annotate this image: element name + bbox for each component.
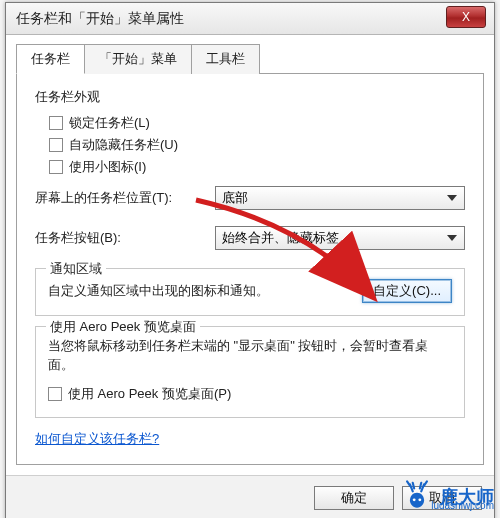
aero-peek-label: 使用 Aero Peek 预览桌面(P) (68, 385, 231, 403)
ok-button-label: 确定 (341, 489, 367, 507)
buttons-value: 始终合并、隐藏标签 (222, 229, 339, 247)
buttons-row: 任务栏按钮(B): 始终合并、隐藏标签 (35, 218, 465, 258)
notify-legend: 通知区域 (46, 260, 106, 278)
buttons-select[interactable]: 始终合并、隐藏标签 (215, 226, 465, 250)
aero-peek-row[interactable]: 使用 Aero Peek 预览桌面(P) (48, 383, 452, 405)
chevron-down-icon (444, 190, 460, 206)
position-select[interactable]: 底部 (215, 186, 465, 210)
dialog-body: 任务栏 「开始」菜单 工具栏 任务栏外观 锁定任务栏(L) 自动隐藏任务栏(U)… (6, 35, 494, 475)
aero-peek-checkbox[interactable] (48, 387, 62, 401)
brand-url: ludashiwj.com (431, 500, 494, 511)
lock-taskbar-row[interactable]: 锁定任务栏(L) (35, 112, 465, 134)
lock-taskbar-checkbox[interactable] (49, 116, 63, 130)
help-link-label: 如何自定义该任务栏? (35, 431, 159, 446)
customize-button[interactable]: 自定义(C)... (362, 279, 452, 303)
tab-startmenu-label: 「开始」菜单 (99, 51, 177, 66)
svg-point-1 (418, 498, 421, 501)
tab-toolbars[interactable]: 工具栏 (191, 44, 260, 74)
buttons-label: 任务栏按钮(B): (35, 229, 205, 247)
autohide-checkbox[interactable] (49, 138, 63, 152)
position-label: 屏幕上的任务栏位置(T): (35, 189, 205, 207)
lock-taskbar-label: 锁定任务栏(L) (69, 114, 150, 132)
watermark-brand: 鹿大师 ludashiwj.com (400, 480, 494, 514)
chevron-down-icon (444, 230, 460, 246)
close-button[interactable]: X (446, 6, 486, 28)
autohide-row[interactable]: 自动隐藏任务栏(U) (35, 134, 465, 156)
aero-legend: 使用 Aero Peek 预览桌面 (46, 318, 200, 336)
ok-button[interactable]: 确定 (314, 486, 394, 510)
position-value: 底部 (222, 189, 248, 207)
tab-toolbars-label: 工具栏 (206, 51, 245, 66)
autohide-label: 自动隐藏任务栏(U) (69, 136, 178, 154)
aero-desc: 当您将鼠标移动到任务栏末端的 "显示桌面" 按钮时，会暂时查看桌面。 (48, 337, 452, 375)
notify-groupbox: 通知区域 自定义通知区域中出现的图标和通知。 自定义(C)... (35, 268, 465, 316)
tab-startmenu[interactable]: 「开始」菜单 (84, 44, 192, 74)
notify-desc: 自定义通知区域中出现的图标和通知。 (48, 282, 352, 301)
appearance-heading: 任务栏外观 (35, 88, 465, 106)
deer-icon (400, 480, 434, 514)
titlebar[interactable]: 任务栏和「开始」菜单属性 X (6, 3, 494, 35)
smallicons-checkbox[interactable] (49, 160, 63, 174)
position-row: 屏幕上的任务栏位置(T): 底部 (35, 178, 465, 218)
window-title: 任务栏和「开始」菜单属性 (6, 10, 494, 28)
help-link[interactable]: 如何自定义该任务栏? (35, 430, 159, 448)
close-icon: X (462, 10, 470, 24)
smallicons-row[interactable]: 使用小图标(I) (35, 156, 465, 178)
svg-point-0 (413, 498, 416, 501)
dialog-window: 任务栏和「开始」菜单属性 X 任务栏 「开始」菜单 工具栏 任务栏外观 锁定任务… (5, 2, 495, 518)
smallicons-label: 使用小图标(I) (69, 158, 146, 176)
customize-button-label: 自定义(C)... (373, 282, 441, 300)
aero-groupbox: 使用 Aero Peek 预览桌面 当您将鼠标移动到任务栏末端的 "显示桌面" … (35, 326, 465, 418)
tab-taskbar[interactable]: 任务栏 (16, 44, 85, 74)
tab-strip: 任务栏 「开始」菜单 工具栏 (16, 43, 484, 74)
tab-taskbar-label: 任务栏 (31, 51, 70, 66)
tabpage-taskbar: 任务栏外观 锁定任务栏(L) 自动隐藏任务栏(U) 使用小图标(I) 屏幕上的任… (16, 74, 484, 465)
